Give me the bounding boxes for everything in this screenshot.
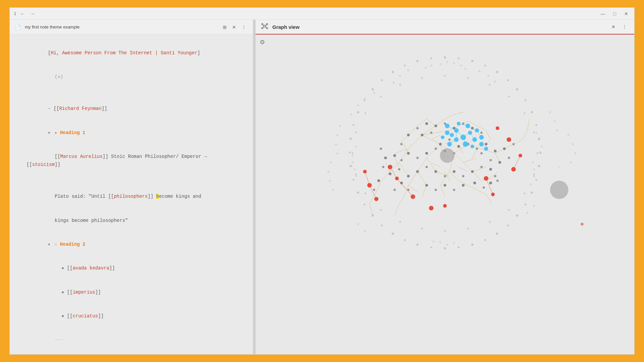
svg-point-9	[444, 56, 446, 59]
svg-line-5	[263, 25, 264, 26]
editor-line-plato2: kings become philosophers"	[20, 209, 243, 233]
svg-line-115	[486, 130, 491, 139]
svg-line-139	[459, 167, 468, 172]
panel-divider[interactable]	[253, 20, 256, 354]
editor-layout-button[interactable]: ⊞	[221, 24, 228, 31]
svg-line-85	[454, 153, 463, 162]
svg-point-155	[457, 145, 460, 148]
svg-point-185	[426, 166, 428, 168]
svg-line-150	[395, 206, 398, 215]
svg-line-259	[370, 185, 376, 199]
svg-point-305	[337, 134, 338, 136]
svg-point-298	[327, 171, 329, 172]
svg-line-133	[431, 135, 440, 140]
editor-content[interactable]: [Hi, Awesome Person From The Internet | …	[10, 35, 253, 354]
svg-point-310	[526, 212, 528, 214]
svg-line-83	[427, 144, 440, 158]
editor-close-button[interactable]: ✕	[231, 24, 237, 31]
svg-point-193	[494, 175, 496, 177]
svg-line-137	[431, 163, 440, 167]
svg-line-147	[477, 190, 486, 194]
svg-point-68	[380, 209, 382, 211]
editor-more-button[interactable]: ⋮	[240, 24, 248, 31]
graph-settings-button[interactable]: ⚙	[260, 39, 265, 46]
svg-point-207	[393, 189, 396, 191]
avada-link: avada kedavra	[73, 265, 109, 271]
svg-point-277	[446, 61, 448, 63]
svg-line-119	[445, 115, 454, 119]
svg-line-126	[422, 185, 427, 197]
svg-point-50	[404, 65, 406, 66]
svg-point-282	[425, 67, 427, 69]
svg-point-158	[435, 147, 437, 150]
collapse-arrow-1[interactable]: ▼	[48, 131, 50, 135]
graph-close-button[interactable]: ✕	[609, 23, 618, 30]
bullet-dot-1: ●	[61, 265, 64, 271]
stoicism-link: stoicism	[32, 162, 55, 167]
svg-point-267	[540, 153, 542, 154]
svg-point-263	[350, 114, 352, 115]
back-button[interactable]: ←	[19, 10, 26, 17]
svg-point-209	[373, 189, 375, 191]
svg-point-57	[524, 112, 525, 114]
svg-point-153	[439, 143, 442, 145]
editor-line-cruciatus: ● [[cruciatus]]	[20, 304, 243, 328]
become-highlight: b	[156, 194, 159, 199]
svg-point-230	[484, 147, 488, 151]
svg-point-48	[381, 79, 383, 81]
svg-point-189	[462, 175, 465, 177]
svg-point-180	[425, 122, 428, 125]
svg-point-54	[467, 77, 469, 79]
richard-feynman-link: Richard Feynman	[59, 106, 102, 111]
svg-point-3	[262, 27, 263, 29]
svg-point-28	[484, 239, 486, 241]
svg-point-291	[558, 166, 560, 168]
svg-line-110	[427, 119, 436, 126]
minimize-button[interactable]: —	[599, 10, 607, 17]
svg-point-27	[496, 233, 498, 235]
editor-line-plato1: Plato said: "Until [[philosophers]] beco…	[20, 185, 243, 208]
svg-point-151	[421, 134, 423, 136]
svg-point-256	[496, 126, 499, 130]
marcus-link: Marcus Aurelius	[60, 154, 103, 159]
forward-button[interactable]: →	[29, 10, 36, 17]
alias-link-text: Hi, Awesome Person From The Internet | S…	[51, 50, 197, 56]
svg-point-294	[572, 143, 574, 145]
svg-point-18	[535, 124, 537, 126]
svg-point-66	[421, 228, 423, 229]
svg-line-257	[390, 167, 397, 178]
svg-point-276	[439, 63, 441, 65]
collapse-arrow-2[interactable]: ▼	[48, 243, 50, 247]
svg-point-69	[365, 193, 366, 194]
svg-line-105	[472, 172, 481, 181]
svg-line-79	[422, 126, 436, 135]
svg-point-71	[352, 153, 353, 154]
heading1-star: ★	[54, 130, 57, 135]
maximize-button[interactable]: □	[611, 10, 618, 17]
graph-content[interactable]: ⚙	[256, 35, 634, 354]
svg-point-287	[532, 162, 533, 163]
svg-point-61	[524, 193, 525, 194]
svg-point-159	[425, 152, 428, 155]
svg-point-179	[480, 132, 483, 134]
svg-point-286	[433, 241, 434, 242]
bullet-dot-2: ●	[61, 290, 64, 295]
svg-point-173	[513, 143, 515, 145]
svg-point-268	[541, 145, 543, 147]
svg-point-186	[434, 170, 437, 173]
svg-point-204	[462, 184, 465, 187]
svg-point-47	[372, 88, 374, 90]
svg-line-148	[486, 194, 491, 203]
graph-visualization	[256, 35, 634, 354]
svg-line-78	[408, 135, 422, 149]
svg-point-211	[483, 186, 485, 189]
graph-more-button[interactable]: ⋮	[620, 23, 629, 30]
svg-line-8	[266, 27, 267, 28]
svg-point-10	[458, 57, 460, 59]
svg-point-17	[531, 111, 533, 113]
svg-point-23	[531, 191, 533, 194]
svg-point-59	[536, 153, 538, 154]
close-window-button[interactable]: ✕	[622, 10, 630, 17]
svg-point-289	[533, 175, 535, 177]
svg-point-4	[266, 27, 268, 29]
